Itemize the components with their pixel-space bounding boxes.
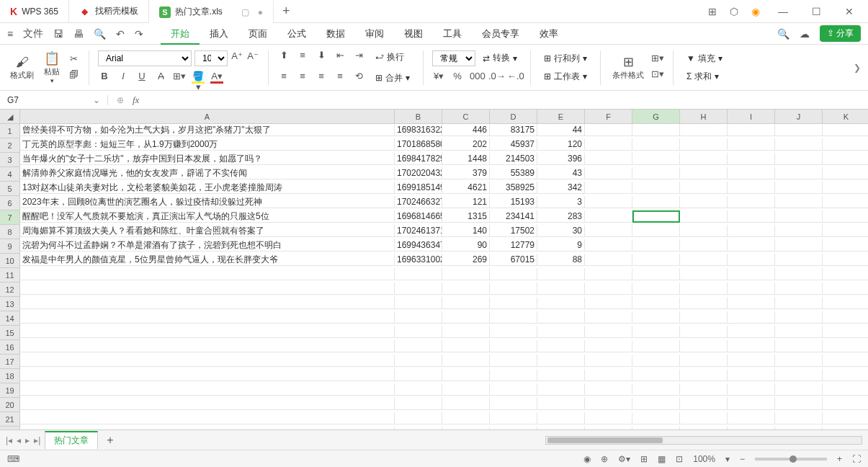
cell-J12[interactable] [775,283,823,295]
decrease-font-icon[interactable]: A⁻ [246,50,259,63]
cell-E5[interactable]: 342 [537,182,585,194]
cell-C18[interactable] [442,369,490,381]
menu-icon[interactable]: ≡ [7,28,13,40]
cell-G5[interactable] [632,182,680,194]
cell-H13[interactable] [680,297,728,309]
cell-D18[interactable] [490,369,537,381]
cell-G7[interactable] [632,210,680,223]
cell-J19[interactable] [775,383,823,396]
row-header-21[interactable]: 21 [0,412,20,427]
cell-A19[interactable] [20,383,395,396]
cell-E13[interactable] [537,297,585,309]
cell-G11[interactable] [632,268,680,280]
cell-E3[interactable]: 396 [537,153,585,165]
cell-B3[interactable]: 1698417829 [395,153,442,165]
cell-F2[interactable] [585,138,632,151]
cell-J21[interactable] [775,412,823,424]
row-header-9[interactable]: 9 [0,239,20,254]
cell-C21[interactable] [442,412,490,424]
cell-K16[interactable] [823,340,868,352]
sheet-tab-active[interactable]: 热门文章 [45,431,98,449]
focus-icon[interactable]: ⊕ [601,454,608,464]
undo-icon[interactable]: ↶ [116,28,125,40]
currency-icon[interactable]: ¥▾ [432,71,445,84]
cell-F11[interactable] [585,268,632,280]
cell-D13[interactable] [490,297,537,309]
cell-C20[interactable] [442,398,490,410]
cell-E6[interactable]: 3 [537,196,585,208]
cell-D16[interactable] [490,340,537,352]
sheet-next-icon[interactable]: ▸ [25,435,30,445]
cell-A18[interactable] [20,369,395,381]
cell-I12[interactable] [728,283,775,295]
convert-button[interactable]: ⇄ 转换▾ [478,50,522,66]
merge-button[interactable]: ⊞ 合并▾ [371,71,414,86]
col-header-D[interactable]: D [490,110,537,124]
underline-icon[interactable]: U [135,71,148,84]
cell-J18[interactable] [775,369,823,381]
cell-I3[interactable] [728,153,775,165]
cell-G13[interactable] [632,297,680,309]
cell-E9[interactable]: 9 [537,239,585,252]
orient-icon[interactable]: ⟲ [352,71,365,84]
cell-C5[interactable]: 4621 [442,182,490,194]
cell-K12[interactable] [823,283,868,295]
cell-F20[interactable] [585,398,632,410]
justify-icon[interactable]: ≡ [334,71,346,84]
cell-C16[interactable] [442,340,490,352]
cell-B18[interactable] [395,369,442,381]
cell-D3[interactable]: 214503 [490,153,537,165]
cell-B2[interactable]: 1701868580 [395,138,442,151]
cell-B8[interactable]: 1702461371 [395,225,442,237]
cell-B1[interactable]: 1698316322 [395,124,442,136]
cell-G14[interactable] [632,311,680,324]
new-tab-button[interactable]: + [274,4,299,19]
zoom-level[interactable]: 100% [693,454,715,464]
cell-F9[interactable] [585,239,632,252]
cell-K5[interactable] [823,182,868,194]
cell-C2[interactable]: 202 [442,138,490,151]
row-header-10[interactable]: 10 [0,254,20,268]
cell-I6[interactable] [728,196,775,208]
row-header-1[interactable]: 1 [0,124,20,138]
align-left-icon[interactable]: ≡ [277,71,290,84]
border-icon[interactable]: ⊞▾ [173,71,186,84]
cell-C7[interactable]: 1315 [442,210,490,223]
zoom-in-icon[interactable]: + [837,454,842,464]
format-painter-button[interactable]: 🖌格式刷 [7,53,37,82]
maximize-button[interactable]: ☐ [806,6,826,17]
cell-A20[interactable] [20,398,395,410]
zoom-out-icon[interactable]: − [740,454,745,464]
cell-C9[interactable]: 90 [442,239,490,252]
cell-A3[interactable]: 当年爆火的"女子十二乐坊"，放弃中国到日本发展，如愿了吗？ [20,153,395,165]
cell-B11[interactable] [395,268,442,280]
fill-button[interactable]: ▼ 填充▾ [682,51,727,66]
cell-B10[interactable]: 1696331002 [395,254,442,266]
cell-E22[interactable] [537,427,585,430]
file-tab-active[interactable]: S 热门文章.xls ▢ ● [149,0,274,23]
cell-I14[interactable] [728,311,775,324]
cell-D17[interactable] [490,355,537,367]
col-header-E[interactable]: E [537,110,585,124]
cell-D7[interactable]: 234141 [490,210,537,223]
cell-K10[interactable] [823,254,868,266]
copy-icon[interactable]: 🗐 [67,69,80,82]
cell-E11[interactable] [537,268,585,280]
cell-D15[interactable] [490,326,537,338]
collapse-ribbon-icon[interactable]: ❯ [854,63,861,73]
cell-D14[interactable] [490,311,537,324]
cell-D5[interactable]: 358925 [490,182,537,194]
cell-I2[interactable] [728,138,775,151]
cell-A22[interactable] [20,427,395,430]
cell-B19[interactable] [395,383,442,396]
cell-I18[interactable] [728,369,775,381]
cell-A15[interactable] [20,326,395,338]
select-all-corner[interactable]: ◢ [0,110,20,124]
comma-icon[interactable]: 000 [470,71,483,84]
cell-J11[interactable] [775,268,823,280]
cell-F10[interactable] [585,254,632,266]
scroll-thumb[interactable] [547,437,663,443]
tab-formula[interactable]: 公式 [277,23,316,45]
cell-H18[interactable] [680,369,728,381]
close-button[interactable]: ✕ [839,6,859,17]
